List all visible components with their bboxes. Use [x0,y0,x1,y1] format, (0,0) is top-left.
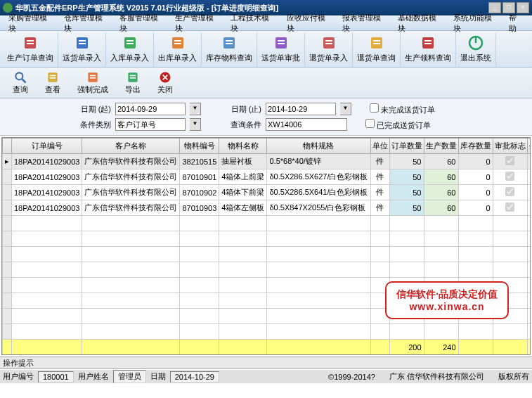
table-row[interactable]: 18PA20141029003 广东信华软件科技有限公司 87010901 4箱… [3,169,531,185]
generate-flag [527,185,531,200]
action-search-button[interactable]: 查询 [6,69,35,96]
toolbar-deliver-button[interactable]: 送货单录入 [58,32,106,66]
menu-item[interactable]: 仓库管理模块 [58,11,114,35]
row-selector[interactable] [3,200,12,216]
svg-rect-14 [226,43,233,44]
generate-flag [527,169,531,185]
menu-item[interactable]: 工程技术模块 [225,11,280,35]
row-selector-header [3,139,12,154]
svg-rect-17 [278,43,285,44]
table-row[interactable]: 18PA20141029003 广东信华软件科技有限公司 87010902 4箱… [3,185,531,200]
toolbar-approve-button[interactable]: 送货单审批 [257,32,305,66]
action-bar: 查询查看强制完成导出关闭 [0,68,532,98]
row-selector[interactable]: ▸ [3,154,12,169]
table-row[interactable]: 18PA20141029003 广东信华软件科技有限公司 87010903 4箱… [3,200,531,216]
date-to-dropdown-icon[interactable]: ▼ [340,103,351,115]
approve-flag [493,185,527,200]
column-header[interactable]: 单位 [370,139,389,154]
totals-row: 200 240 60 0 [3,340,531,355]
column-header[interactable]: 订单编号 [12,139,82,154]
toolbar-exit-button[interactable]: 退出系统 [456,32,496,66]
svg-rect-25 [424,40,432,41]
status-date-value: 2014-10-29 [170,371,219,383]
svg-point-29 [15,72,22,79]
svg-rect-39 [130,77,136,79]
column-header[interactable]: 物料名称 [219,139,267,154]
column-header[interactable]: 生成标志 [527,139,531,154]
finished-checkbox-label[interactable]: 已完成送货订单 [365,119,431,131]
svg-rect-36 [90,77,96,79]
return-icon [320,34,337,51]
mat-icon [420,34,436,51]
main-toolbar: 生产订单查询送货单录入入库单录入出库单录入库存物料查询送货单审批退货单录入退货单… [0,31,532,68]
deliver-icon [74,34,91,51]
row-selector[interactable] [3,169,12,185]
column-header[interactable]: 物料编号 [180,139,219,154]
cond-type-select[interactable] [115,118,186,131]
menu-item[interactable]: 生产管理模块 [169,11,225,35]
menu-item[interactable]: 系统功能模块 [448,11,503,35]
column-header[interactable]: 订单数量 [389,139,424,154]
menu-item[interactable]: 基础数据模块 [392,11,448,35]
data-grid-container: 订单编号客户名称物料编号物料名称物料规格单位订单数量生产数量库存数量审批标志生成… [1,137,531,355]
rights: 版权所有 [498,371,529,382]
cond-value-input[interactable] [266,118,347,131]
menu-item[interactable]: 帮助 [503,11,529,35]
data-grid[interactable]: 订单编号客户名称物料编号物料名称物料规格单位订单数量生产数量库存数量审批标志生成… [2,138,531,355]
toolbar-in-button[interactable]: 入库单录入 [106,32,154,66]
hint-bar: 操作提示 [0,357,532,369]
date-from-input[interactable] [115,103,186,115]
svg-rect-16 [278,40,285,41]
svg-rect-2 [27,43,34,44]
menu-item[interactable]: 客服管理模块 [114,11,169,35]
status-date-label: 日期 [150,371,166,382]
unfinished-checkbox[interactable] [370,103,379,113]
column-header[interactable]: 审批标志 [493,139,527,154]
user-id-label: 用户编号 [3,371,34,382]
column-header[interactable]: 库存数量 [458,139,493,154]
column-header[interactable]: 生产数量 [424,139,458,154]
cond-type-dropdown-icon[interactable]: ▼ [190,118,201,131]
date-to-label: 日期 (止) [219,104,261,115]
svg-rect-1 [27,40,34,41]
unfinished-checkbox-label[interactable]: 未完成送货订单 [370,103,435,115]
toolbar-pdf-button[interactable]: 生产订单查询 [3,32,58,66]
view-icon [46,70,60,84]
table-row-empty [3,247,531,262]
toolbar-out-button[interactable]: 出库单录入 [154,32,202,66]
column-header[interactable]: 客户名称 [82,139,180,154]
svg-rect-38 [130,75,136,77]
table-row[interactable]: ▸ 18PA20141029003 广东信华软件科技有限公司 38210515 … [3,154,531,169]
approve-flag [493,200,527,216]
action-close-button[interactable]: 关闭 [150,69,180,96]
user-id-value: 180001 [38,371,74,383]
svg-rect-26 [424,43,432,44]
toolbar-retq-button[interactable]: 退货单查询 [353,32,401,66]
svg-rect-35 [90,75,96,77]
finished-checkbox[interactable] [365,119,375,128]
action-export-button[interactable]: 导出 [118,69,148,96]
menu-item[interactable]: 采购管理模块 [3,11,58,35]
pdf-icon [22,34,39,51]
table-row-empty [3,262,531,278]
action-view-button[interactable]: 查看 [38,69,67,96]
approve-icon [273,34,290,51]
stock-icon [221,34,238,51]
column-header[interactable]: 物料规格 [267,139,370,154]
action-force-button[interactable]: 强制完成 [70,69,115,96]
menu-item[interactable]: 报表管理模块 [337,11,392,35]
date-from-dropdown-icon[interactable]: ▼ [190,103,201,115]
date-to-input[interactable] [266,103,336,115]
svg-rect-13 [226,40,233,41]
svg-rect-32 [50,75,56,77]
menu-item[interactable]: 应收应付模块 [281,11,337,35]
toolbar-return-button[interactable]: 退货单录入 [305,32,353,66]
company: 广东 信华软件科技有限公司 [389,371,484,382]
generate-flag [527,154,531,169]
approve-flag [493,154,527,169]
date-from-label: 日期 (起) [6,104,111,115]
row-selector[interactable] [3,185,12,200]
toolbar-mat-button[interactable]: 生产领料查询 [401,32,456,66]
toolbar-stock-button[interactable]: 库存物料查询 [202,32,257,66]
cond-value-label: 查询条件 [219,120,261,130]
